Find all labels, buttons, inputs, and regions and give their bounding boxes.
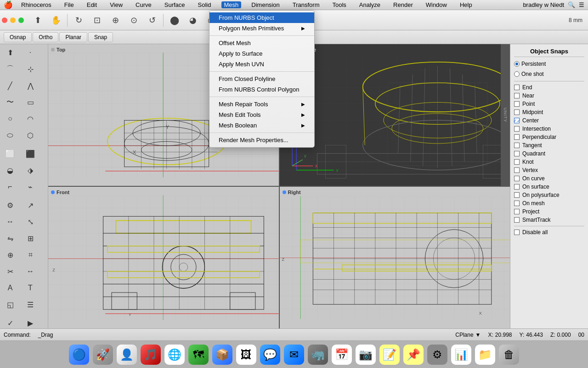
viewport-right[interactable]: Right: [280, 187, 510, 328]
menu-curve[interactable]: Curve: [133, 1, 154, 8]
snap-oncurve-checkbox[interactable]: [514, 176, 520, 181]
snap-smarttrack-checkbox[interactable]: [514, 217, 520, 223]
snap-vertex-checkbox[interactable]: [514, 167, 520, 173]
dock-preview[interactable]: 🖼: [236, 345, 256, 365]
menu-boolean[interactable]: Mesh Boolean ▶: [209, 120, 314, 131]
text-tool[interactable]: T: [20, 280, 40, 296]
apple-menu[interactable]: 🍎: [4, 0, 13, 9]
menu-repair-tools[interactable]: Mesh Repair Tools ▶: [209, 99, 314, 109]
analyze-tool[interactable]: ▶: [20, 315, 40, 328]
snap-end[interactable]: End: [514, 83, 584, 92]
snap-disableall-checkbox[interactable]: [514, 230, 520, 235]
snap-perpendicular-checkbox[interactable]: [514, 134, 520, 140]
snap-button[interactable]: Snap: [88, 32, 113, 42]
array-tool[interactable]: ⊞: [20, 230, 40, 247]
polyline-tool[interactable]: ⋀: [20, 77, 40, 94]
revolve-tool[interactable]: ◒: [0, 162, 20, 178]
menu-rhinoceros[interactable]: Rhinoceros: [18, 1, 54, 8]
ellipse-tool[interactable]: ⬭: [0, 127, 20, 144]
dimension-tool[interactable]: A: [0, 280, 20, 296]
blend-tool[interactable]: ⌁: [20, 178, 40, 195]
oneshot-radio-circle[interactable]: [514, 71, 520, 77]
snap-oncurve[interactable]: On curve: [514, 174, 584, 183]
menu-transform[interactable]: Transform: [290, 1, 322, 8]
loft-tool[interactable]: ⬗: [20, 162, 40, 178]
snap-midpoint[interactable]: Midpoint: [514, 108, 584, 116]
snap-end-checkbox[interactable]: [514, 85, 520, 90]
arc-tool[interactable]: ◠: [20, 110, 40, 127]
surface-from-curve[interactable]: ⬜: [0, 145, 20, 162]
check-tool[interactable]: ✓: [0, 315, 20, 328]
zoom-extents[interactable]: ⊡: [89, 12, 105, 29]
zoom-in[interactable]: ⊙: [125, 12, 142, 29]
properties-tool[interactable]: ☰: [20, 296, 40, 313]
snap-quadrant-checkbox[interactable]: [514, 151, 520, 156]
menu-offset-mesh[interactable]: Offset Mesh: [209, 38, 314, 48]
snap-center-checkbox[interactable]: ✓: [514, 118, 520, 123]
persistent-radio[interactable]: Persistent: [514, 61, 546, 67]
search-icon[interactable]: 🔍: [568, 1, 575, 8]
select-tool[interactable]: ⬆: [29, 12, 46, 29]
polygon-tool[interactable]: ⬡: [20, 127, 40, 144]
menu-help[interactable]: Help: [457, 1, 475, 8]
menu-tools[interactable]: Tools: [329, 1, 349, 8]
snap-knot[interactable]: Knot: [514, 158, 584, 166]
close-button[interactable]: [2, 17, 7, 23]
snap-vertex[interactable]: Vertex: [514, 166, 584, 174]
snap-knot-checkbox[interactable]: [514, 159, 520, 165]
menu-edit-tools[interactable]: Mesh Edit Tools ▶: [209, 109, 314, 120]
snap-disable-all[interactable]: Disable all: [514, 228, 584, 236]
split-tool[interactable]: ⌗: [20, 247, 40, 263]
menu-file[interactable]: File: [62, 1, 77, 8]
dock-rhino[interactable]: 🦏: [308, 345, 328, 365]
snap-smarttrack[interactable]: SmartTrack: [514, 216, 584, 224]
rectangle-tool[interactable]: ▭: [20, 94, 40, 110]
freeform-tool[interactable]: 〜: [0, 94, 20, 110]
snap-near-checkbox[interactable]: [514, 93, 520, 98]
dock-notes[interactable]: 📝: [379, 345, 400, 365]
dock-maps[interactable]: 🗺: [188, 345, 209, 365]
menu-from-nurbs[interactable]: From NURBS Object: [209, 12, 314, 23]
dock-skype[interactable]: 💬: [260, 345, 280, 365]
snap-near[interactable]: Near: [514, 92, 584, 100]
scale-tool[interactable]: ⤡: [20, 213, 40, 230]
menu-render[interactable]: Render: [390, 1, 416, 8]
dock-stickies[interactable]: 📌: [403, 345, 424, 365]
menu-window[interactable]: Window: [423, 1, 450, 8]
snap-onmesh-checkbox[interactable]: [514, 201, 520, 206]
menu-apply-to-surface[interactable]: Apply to Surface: [209, 48, 314, 59]
oneshot-radio[interactable]: One shot: [514, 71, 544, 77]
snap-intersection-checkbox[interactable]: [514, 126, 520, 132]
snap-center[interactable]: ✓ Center: [514, 116, 584, 125]
menu-apply-uvn[interactable]: Apply Mesh UVN: [209, 59, 314, 69]
menu-edit[interactable]: Edit: [84, 1, 100, 8]
snap-perpendicular[interactable]: Perpendicular: [514, 133, 584, 141]
maximize-button[interactable]: [18, 17, 24, 23]
fillet-tool[interactable]: ⌐: [0, 178, 20, 195]
transform-tool[interactable]: ↗: [20, 197, 40, 213]
rotate-tool[interactable]: ↻: [70, 12, 87, 29]
snap-intersection[interactable]: Intersection: [514, 125, 584, 133]
gear-settings[interactable]: ⚙: [0, 197, 20, 213]
snap-quadrant[interactable]: Quadrant: [514, 150, 584, 158]
snap-tangent-checkbox[interactable]: [514, 143, 520, 148]
dock-contacts[interactable]: 👤: [117, 345, 137, 365]
snap-point-checkbox[interactable]: [514, 101, 520, 107]
line-tool[interactable]: ╱: [0, 77, 20, 94]
menu-analyze[interactable]: Analyze: [356, 1, 383, 8]
curve-tool[interactable]: ⌒: [0, 61, 20, 77]
dock-photos[interactable]: 📷: [356, 345, 376, 365]
select-tool-left[interactable]: ⬆: [0, 44, 20, 61]
dock-music[interactable]: 🎵: [141, 345, 161, 365]
menu-extra-icon[interactable]: ☰: [579, 1, 584, 8]
circle-tool[interactable]: ○: [0, 110, 20, 127]
surface-tool[interactable]: ◕: [185, 12, 201, 29]
dock-activity[interactable]: 📊: [451, 345, 471, 365]
snap-project[interactable]: Project: [514, 207, 584, 216]
menu-from-nurbs-control[interactable]: From NURBS Control Polygon: [209, 84, 314, 95]
mirror-tool[interactable]: ⇋: [0, 230, 20, 247]
boolean-tool[interactable]: ⊕: [0, 247, 20, 263]
undo[interactable]: ↺: [144, 12, 160, 29]
dock-launchpad[interactable]: 🚀: [93, 345, 113, 365]
snap-point[interactable]: Point: [514, 100, 584, 108]
